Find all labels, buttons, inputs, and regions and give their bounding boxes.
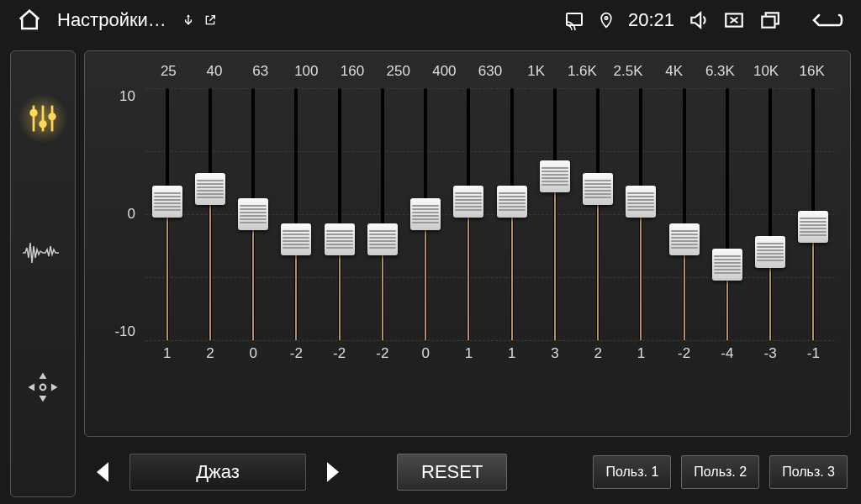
eq-slider[interactable] <box>404 88 447 340</box>
freq-label: 250 <box>375 63 421 80</box>
freq-label: 1.6K <box>559 63 605 80</box>
eq-slider[interactable] <box>663 88 705 340</box>
eq-slider[interactable] <box>490 88 533 340</box>
value-label: -3 <box>749 345 792 362</box>
eq-slider[interactable] <box>232 88 275 340</box>
freq-label: 4K <box>651 63 697 80</box>
value-label: 0 <box>404 345 447 362</box>
svg-point-1 <box>605 17 607 19</box>
freq-label: 160 <box>330 63 376 80</box>
value-label: 1 <box>490 345 533 362</box>
eq-slider[interactable] <box>447 88 490 340</box>
back-icon[interactable] <box>811 9 844 31</box>
eq-slider[interactable] <box>620 88 663 340</box>
svg-rect-3 <box>762 17 774 28</box>
preset-display[interactable]: Джаз <box>129 454 306 491</box>
y-label-mid: 0 <box>128 206 135 223</box>
freq-label: 63 <box>237 63 283 80</box>
value-label: 3 <box>533 345 576 362</box>
page-title: Настройки… <box>57 9 166 31</box>
preset-next-button[interactable] <box>318 457 348 487</box>
user-preset-2-button[interactable]: Польз. 2 <box>681 455 759 489</box>
freq-label: 25 <box>145 63 192 80</box>
value-label: 1 <box>145 345 188 362</box>
close-window-icon[interactable] <box>723 9 745 31</box>
recent-apps-icon[interactable] <box>758 9 780 31</box>
freq-label: 400 <box>421 63 467 80</box>
freq-label: 1K <box>513 63 559 80</box>
value-label: -2 <box>361 345 404 362</box>
freq-label: 630 <box>467 63 514 80</box>
freq-label: 2.5K <box>605 63 652 80</box>
value-label: -4 <box>705 345 748 362</box>
eq-slider[interactable] <box>145 88 188 340</box>
value-label: -2 <box>663 345 705 362</box>
sidebar <box>10 50 76 497</box>
reset-button[interactable]: RESET <box>397 454 507 491</box>
svg-point-7 <box>40 121 46 127</box>
eq-slider[interactable] <box>275 88 318 340</box>
value-label: -2 <box>318 345 361 362</box>
volume-icon[interactable] <box>688 9 710 31</box>
eq-slider[interactable] <box>705 88 748 340</box>
value-label: 0 <box>232 345 275 362</box>
preset-prev-button[interactable] <box>87 457 118 487</box>
bottom-controls: Джаз RESET Польз. 1Польз. 2Польз. 3 <box>84 447 851 497</box>
freq-label: 100 <box>283 63 330 80</box>
eq-slider[interactable] <box>188 88 231 340</box>
sidebar-item-waveform[interactable] <box>18 228 68 278</box>
eq-slider[interactable] <box>318 88 361 340</box>
freq-label: 6.3K <box>697 63 743 80</box>
value-label: 2 <box>188 345 231 362</box>
location-icon[interactable] <box>598 12 615 29</box>
freq-label: 10K <box>743 63 790 80</box>
user-preset-3-button[interactable]: Польз. 3 <box>769 455 848 489</box>
external-link-icon <box>203 13 217 27</box>
clock: 20:21 <box>628 9 674 31</box>
eq-slider[interactable] <box>792 88 835 340</box>
user-preset-1-button[interactable]: Польз. 1 <box>593 455 671 489</box>
value-label: 2 <box>577 345 620 362</box>
svg-point-9 <box>50 114 55 120</box>
freq-label: 40 <box>192 63 238 80</box>
freq-label: 16K <box>789 63 835 80</box>
home-icon[interactable] <box>17 8 42 33</box>
eq-slider[interactable] <box>749 88 792 340</box>
y-label-max: 10 <box>119 88 135 105</box>
value-label: 1 <box>620 345 663 362</box>
eq-slider[interactable] <box>577 88 620 340</box>
cast-icon[interactable] <box>564 10 584 30</box>
equalizer-panel: 2540631001602504006301K1.6K2.5K4K6.3K10K… <box>84 50 851 437</box>
eq-slider[interactable] <box>533 88 576 340</box>
topbar: Настройки… 20:21 <box>0 0 861 40</box>
value-label: -2 <box>275 345 318 362</box>
value-label: -1 <box>792 345 835 362</box>
value-label: 1 <box>447 345 490 362</box>
usb-icon <box>182 13 195 27</box>
eq-slider[interactable] <box>361 88 404 340</box>
svg-rect-0 <box>567 13 582 25</box>
sidebar-item-balance[interactable] <box>18 362 68 412</box>
svg-point-10 <box>40 385 46 391</box>
sidebar-item-equalizer[interactable] <box>18 93 68 144</box>
y-label-min: -10 <box>114 323 135 340</box>
svg-point-5 <box>31 110 37 116</box>
